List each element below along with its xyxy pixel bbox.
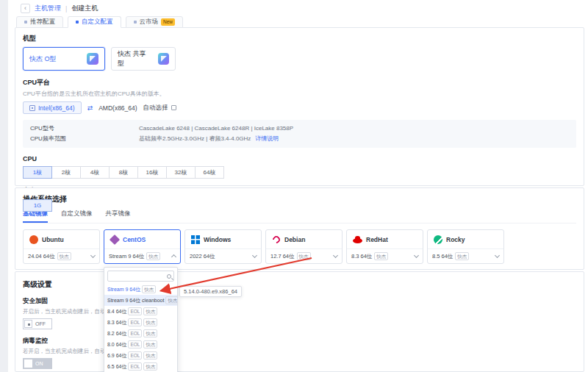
kuaijie-tag: 快杰: [146, 252, 160, 260]
dropdown-item-label: 6.5 64位: [107, 363, 126, 371]
os-image-tabs: 基础镜像 自定义镜像 共享镜像: [23, 210, 576, 223]
kuaijie-tag: 快杰: [143, 307, 157, 315]
kernel-version-tooltip: 5.14.0-480.e9.x86_64: [179, 286, 242, 297]
kuaijie-tag: 快杰: [143, 318, 157, 326]
security-hardening-toggle[interactable]: OFF: [23, 318, 52, 329]
chevron-down-icon: [495, 253, 500, 258]
machine-type-label: 机型: [23, 34, 576, 43]
dropdown-item-label: 6.9 64位: [107, 352, 126, 360]
eol-tag: EOL: [128, 307, 142, 315]
cpu-core-option[interactable]: 4核: [80, 166, 110, 179]
tab-cloud-market[interactable]: 云市场 New: [126, 16, 184, 28]
cpu-core-option[interactable]: 2核: [51, 166, 81, 179]
eol-tag: EOL: [128, 329, 142, 337]
breadcrumb-host-management[interactable]: 主机管理: [35, 4, 61, 13]
breadcrumb: ‹ 主机管理 | 创建主机: [21, 4, 98, 13]
kuaijie-tag: 快杰: [143, 329, 157, 337]
tab-shared-image[interactable]: 共享镜像: [106, 210, 131, 223]
eol-tag: EOL: [128, 351, 142, 360]
tab-label: 推荐配置: [30, 18, 55, 26]
machine-type-kuaijie-o[interactable]: 快杰 O型: [23, 47, 105, 71]
dropdown-search[interactable]: [107, 271, 174, 282]
kuaijie-cube-icon: [87, 53, 98, 65]
os-version: 8.3 64位: [351, 253, 372, 260]
debian-logo-icon: [271, 234, 282, 244]
os-card-windows[interactable]: Windows 2022 64位: [184, 229, 262, 264]
freq-detail-link[interactable]: 详情说明: [255, 134, 279, 144]
swap-icon: ⇄: [87, 104, 93, 112]
cpu-core-option[interactable]: 16核: [137, 166, 167, 179]
dropdown-item-stream9[interactable]: Stream 9 64位 快杰: [104, 284, 177, 295]
cpu-model-label: CPU型号: [30, 124, 139, 134]
dropdown-item-label: 8.0 64位: [107, 341, 126, 348]
auto-select-checkbox-icon: [171, 105, 176, 110]
os-name: CentOS: [123, 236, 146, 243]
cpu-core-option[interactable]: 64核: [195, 166, 224, 179]
dropdown-item-8-0[interactable]: 8.0 64位 EOL 快杰: [104, 339, 177, 350]
cpu-platform-desc: CPU平台指的是云主机所在宿主机的CPU具体的版本。: [23, 90, 576, 98]
os-search-input[interactable]: [110, 273, 167, 279]
os-card-centos[interactable]: CentOS Stream 9 64位快杰: [104, 229, 181, 264]
os-name: Rocky: [446, 236, 465, 243]
os-name: Debian: [284, 236, 305, 243]
machine-type-name: 快杰 O型: [29, 54, 57, 64]
create-host-page: ‹ 主机管理 | 创建主机 推荐配置 自定义配置 云市场 New 机型 快杰 O…: [0, 0, 588, 372]
intel-platform-button[interactable]: Intel(x86_64): [23, 101, 82, 114]
eol-tag: EOL: [128, 362, 142, 371]
os-card-rocky[interactable]: Rocky 8.5 64位快杰: [427, 229, 504, 264]
dropdown-item-label: Stream 9 64位 cleanboot: [107, 297, 164, 304]
os-section: 操作系统选择 基础镜像 自定义镜像 共享镜像 Ubuntu 24.04 64位快…: [15, 187, 584, 270]
chevron-down-icon: [252, 253, 257, 258]
kuaijie-tag: 快杰: [142, 285, 156, 293]
machine-type-kuaijie-shared[interactable]: 快杰 共享型: [111, 47, 176, 71]
page-title: 创建主机: [71, 4, 98, 13]
machine-type-options: 快杰 O型 快杰 共享型: [23, 47, 576, 71]
memory-option[interactable]: 1G: [23, 199, 52, 212]
cpu-core-option[interactable]: 8核: [109, 166, 138, 179]
machine-type-name: 快杰 共享型: [118, 49, 151, 68]
cpu-core-option[interactable]: 32核: [166, 166, 196, 179]
kuaijie-tag: 快杰: [143, 351, 157, 360]
amd-platform-button[interactable]: AMD(x86_64): [98, 104, 137, 112]
advanced-settings-section: 高级设置 安全加固 开启后，当主机完成创建后，自动免费安装 OFF 病毒监控 若…: [15, 271, 584, 372]
dropdown-item-6-9[interactable]: 6.9 64位 EOL 快杰: [104, 350, 177, 361]
breadcrumb-separator: |: [65, 5, 67, 12]
kuaijie-tag: 快杰: [374, 252, 388, 260]
cpu-core-option[interactable]: 1核: [23, 166, 52, 179]
kuaijie-cube-icon: [158, 53, 169, 65]
cpu-chip-icon: [29, 105, 35, 111]
os-name: RedHat: [366, 236, 388, 243]
chevron-down-icon: [414, 253, 419, 258]
os-card-ubuntu[interactable]: Ubuntu 24.04 64位快杰: [23, 229, 100, 264]
os-card-redhat[interactable]: RedHat 8.3 64位快杰: [346, 229, 423, 264]
os-version: 8.5 64位: [432, 253, 453, 260]
os-name: Windows: [204, 236, 231, 243]
auto-select-option[interactable]: 自动选择: [143, 104, 176, 112]
os-card-debian[interactable]: Debian 12.7 64位快杰: [265, 229, 343, 264]
rocky-logo-icon: [434, 235, 442, 244]
tab-custom-config[interactable]: 自定义配置: [68, 16, 121, 28]
os-section-title: 操作系统选择: [23, 194, 576, 204]
toggle-state: OFF: [35, 321, 46, 326]
dropdown-item-8-4[interactable]: 8.4 64位 EOL 快杰: [104, 306, 177, 317]
cpu-platform-options: Intel(x86_64) ⇄ AMD(x86_64) 自动选择: [23, 101, 576, 114]
dropdown-item-6-5[interactable]: 6.5 64位 EOL 快杰: [104, 361, 177, 372]
cpu-freq-value: 基础频率2.5GHz-3.0GHz | 睿频3.4-4.0GHz: [139, 134, 251, 144]
toggle-state: ON: [35, 361, 43, 366]
dropdown-item-8-3[interactable]: 8.3 64位 EOL 快杰: [104, 317, 177, 328]
dropdown-item-stream9-cleanboot[interactable]: Stream 9 64位 cleanboot 快杰: [104, 295, 177, 306]
toggle-knob: [24, 360, 32, 368]
tab-recommended-config[interactable]: 推荐配置: [16, 16, 63, 28]
dropdown-item-8-2[interactable]: 8.2 64位 EOL 快杰: [104, 328, 177, 339]
os-version: 24.04 64位: [28, 253, 55, 260]
back-button[interactable]: ‹: [21, 4, 30, 13]
os-version: Stream 9 64位: [109, 253, 144, 260]
tab-custom-image[interactable]: 自定义镜像: [61, 210, 93, 223]
dropdown-item-label: Stream 9 64位: [107, 286, 140, 293]
config-tabs: 推荐配置 自定义配置 云市场 New: [16, 16, 183, 28]
windows-logo-icon: [191, 235, 200, 244]
cpu-info-box: CPU型号 CascadeLake 6248 | CascadeLake 624…: [23, 120, 576, 148]
kuaijie-tag: 快杰: [57, 252, 71, 260]
virus-monitor-toggle[interactable]: ON: [23, 358, 52, 369]
kuaijie-tag: 快杰: [165, 296, 177, 304]
